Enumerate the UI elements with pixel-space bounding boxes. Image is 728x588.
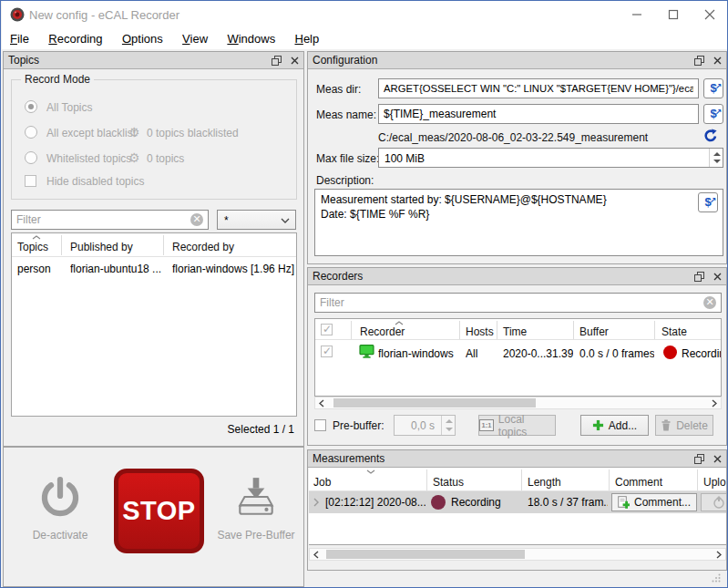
float-panel-icon[interactable] (694, 272, 704, 282)
menu-recording[interactable]: Recording (40, 28, 110, 49)
stop-label: STOP (122, 496, 195, 526)
sort-desc-icon (366, 469, 375, 474)
job-col-header[interactable]: Job (313, 476, 331, 489)
job-cell: [02:12:12] 2020-08... (325, 496, 426, 509)
maximize-icon[interactable] (655, 1, 692, 28)
gear-icon[interactable]: ⚙ (128, 125, 140, 139)
close-panel-icon[interactable] (713, 273, 722, 281)
refresh-icon[interactable] (703, 129, 718, 143)
local-topics-label: Local topics (498, 413, 555, 438)
measurements-panel: Measurements Job Status Length Comment U… (307, 449, 727, 571)
filter-preset-dropdown[interactable]: * (217, 210, 296, 230)
all-topics-radio[interactable] (25, 100, 37, 113)
scroll-left-icon[interactable] (310, 549, 323, 560)
deactivate-button[interactable]: De-activate (20, 468, 100, 568)
stop-button[interactable]: STOP (114, 469, 204, 553)
plus-icon (592, 419, 604, 431)
recorder-enabled-checkbox[interactable]: ✓ (321, 346, 333, 357)
topics-table[interactable]: Topics Published by Recorded by person f… (11, 232, 297, 417)
scrollbar-thumb[interactable] (333, 398, 536, 407)
buffer-cell: 0.0 s / 0 frames (579, 347, 654, 360)
close-icon[interactable] (692, 1, 728, 28)
state-col-header[interactable]: State (661, 325, 687, 338)
max-file-size-label: Max file size: (316, 152, 379, 165)
resolved-path-label: C:/ecal_meas/2020-08-06_02-03-22.549_mea… (378, 131, 648, 144)
recorders-filter-input[interactable] (314, 293, 722, 313)
configuration-panel-header: Configuration (308, 52, 726, 69)
close-panel-icon[interactable] (713, 455, 722, 463)
scroll-right-icon[interactable] (713, 549, 725, 560)
upload-button[interactable] (701, 493, 726, 511)
status-col-header[interactable]: Status (433, 476, 464, 489)
save-prebuffer-button[interactable]: Save Pre-Buffer (211, 468, 301, 568)
topics-filter-input[interactable] (11, 210, 209, 230)
clear-filter-icon[interactable]: ✕ (703, 296, 716, 309)
minimize-icon[interactable] (619, 1, 655, 28)
gear-icon[interactable]: ⚙ (128, 150, 140, 165)
measurement-state-icon (431, 495, 446, 510)
hide-disabled-topics-label: Hide disabled topics (46, 175, 144, 188)
recorded-by-cell: florian-windows [1.96 Hz] (172, 263, 295, 275)
close-panel-icon[interactable] (713, 57, 722, 65)
topics-panel-title: Topics (8, 54, 262, 67)
delete-recorder-button[interactable]: Delete (655, 415, 713, 436)
published-by-cell: florian-ubuntu18 ... (70, 263, 163, 275)
table-row[interactable]: [02:12:12] 2020-08... Recording 18.0 s /… (309, 491, 726, 513)
buffer-col-header[interactable]: Buffer (579, 325, 609, 338)
menu-view[interactable]: View (174, 28, 216, 49)
hosts-col-header[interactable]: Hosts (466, 325, 494, 338)
scroll-left-icon[interactable] (315, 397, 328, 408)
float-panel-icon[interactable] (694, 454, 704, 464)
whitelisted-topics-radio[interactable] (25, 151, 37, 164)
menu-file[interactable]: File (2, 28, 37, 49)
menubar: File Recording Options View Windows Help (2, 28, 728, 49)
pre-buffer-checkbox[interactable] (314, 419, 326, 431)
dollar-expand-icon[interactable]: $↗ (703, 78, 723, 98)
resize-grip[interactable] (712, 573, 721, 583)
float-panel-icon[interactable] (272, 56, 282, 66)
close-panel-icon[interactable] (291, 57, 299, 65)
meas-name-input[interactable] (378, 104, 699, 124)
add-comment-button[interactable]: Comment... (611, 493, 697, 511)
menu-windows[interactable]: Windows (219, 28, 283, 49)
length-col-header[interactable]: Length (528, 476, 561, 489)
expand-row-icon[interactable] (313, 498, 319, 507)
window-title: New config - eCAL Recorder (29, 8, 179, 22)
measurements-panel-header: Measurements (308, 450, 726, 468)
max-file-size-spinner[interactable]: 100 MiB (378, 148, 723, 168)
recorders-hscrollbar[interactable] (314, 397, 722, 409)
spin-arrows-icon[interactable] (709, 149, 723, 167)
add-recorder-label: Add... (609, 419, 637, 432)
recorded-by-col-header[interactable]: Recorded by (172, 241, 234, 253)
description-textarea[interactable]: Measurement started by: ${USERNAME}@${HO… (314, 189, 723, 256)
measurements-table[interactable]: Job Status Length Comment Uplo [02:12:12… (309, 468, 726, 545)
all-except-blacklist-label: All except blacklist (46, 127, 136, 139)
local-topics-button[interactable]: 1:1 Local topics (478, 415, 556, 436)
recorder-col-header[interactable]: Recorder (360, 325, 405, 338)
pre-buffer-spinner[interactable]: 0,0 s (394, 415, 456, 436)
menu-options[interactable]: Options (114, 28, 171, 49)
comment-col-header[interactable]: Comment (615, 476, 662, 489)
recorders-table[interactable]: ✓ Recorder Hosts Time Buffer State ✓ flo… (314, 318, 722, 397)
menu-help[interactable]: Help (286, 28, 327, 49)
select-all-checkbox[interactable]: ✓ (321, 324, 333, 335)
dollar-expand-icon[interactable]: $↗ (703, 104, 723, 124)
float-panel-icon[interactable] (694, 56, 704, 66)
scroll-right-icon[interactable] (708, 397, 721, 408)
record-app-icon (10, 7, 25, 22)
scrollbar-thumb[interactable] (326, 550, 525, 559)
hide-disabled-topics-checkbox[interactable] (25, 175, 36, 187)
meas-dir-input[interactable] (378, 78, 699, 98)
measurements-hscrollbar[interactable] (309, 548, 726, 561)
upload-col-header[interactable]: Uplo (703, 476, 726, 489)
actions-area: De-activate STOP Save Pre-Buffer (3, 447, 304, 587)
dollar-expand-icon[interactable]: $↗ (698, 192, 718, 212)
add-recorder-button[interactable]: Add... (580, 415, 649, 436)
clear-filter-icon[interactable]: ✕ (190, 213, 203, 226)
topics-col-header[interactable]: Topics (17, 241, 48, 253)
time-col-header[interactable]: Time (503, 325, 527, 338)
published-by-col-header[interactable]: Published by (70, 241, 133, 253)
topics-panel-header: Topics (4, 52, 303, 69)
all-except-blacklist-radio[interactable] (25, 126, 37, 139)
topic-name-cell: person (17, 263, 61, 275)
